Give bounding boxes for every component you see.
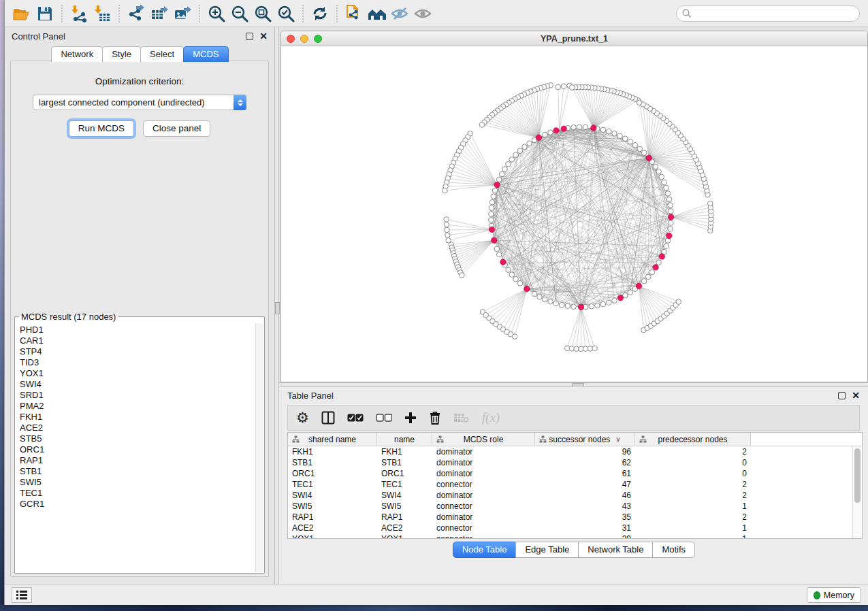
select-all-icon[interactable] [347,408,364,428]
cell-shared-name: YOX1 [288,533,377,538]
tab-select[interactable]: Select [140,46,184,62]
table-row[interactable]: SWI5SWI5connector431 [288,501,852,512]
delete-table-icon[interactable] [453,408,470,428]
search-input[interactable] [695,9,854,18]
tab-network[interactable]: Network [51,46,103,62]
column-header-mcds-role[interactable]: MCDS role [432,433,535,446]
run-mcds-button[interactable]: Run MCDS [69,120,134,137]
column-header-successor-nodes[interactable]: successor nodes∨ [535,433,635,446]
dropdown-stepper-icon [234,95,246,110]
mcds-result-item[interactable]: CAR1 [20,335,255,346]
network-window-title: YPA_prune.txt_1 [281,34,867,44]
hide-selected-icon[interactable] [389,3,412,24]
vertical-splitter[interactable] [274,27,279,584]
tab-style[interactable]: Style [102,46,141,62]
cell-successor-nodes: 43 [535,501,635,512]
first-neighbors-icon[interactable] [366,3,389,24]
export-table-icon[interactable] [148,3,171,24]
memory-button[interactable]: Memory [807,587,861,603]
table-row[interactable]: STB1STB1dominator620 [288,457,852,468]
cell-successor-nodes: 47 [535,479,635,490]
delete-column-icon[interactable] [429,408,441,428]
zoom-fit-content-icon[interactable] [251,3,274,24]
mcds-result-item[interactable]: STP4 [20,346,255,357]
float-panel-icon[interactable] [246,33,253,40]
table-scrollbar[interactable] [852,446,862,538]
tab-network-table[interactable]: Network Table [578,542,653,558]
toolbar-separator [61,5,63,22]
close-panel-icon[interactable]: ✕ [852,392,860,399]
table-row[interactable]: YOX1YOX1connector291 [288,533,852,538]
network-graph[interactable] [281,46,867,382]
mcds-result-item[interactable]: ACE2 [20,423,255,433]
table-row[interactable]: ORC1ORC1dominator610 [288,468,852,479]
desktop-wallpaper-bottom [0,605,868,611]
mcds-result-item[interactable]: STB5 [20,433,255,444]
cell-successor-nodes: 29 [535,533,635,538]
task-history-icon[interactable] [12,587,32,603]
cell-shared-name: ORC1 [288,468,377,479]
table-panel-title: Table Panel [287,391,334,401]
import-network-icon[interactable] [67,3,91,24]
deselect-all-icon[interactable] [376,408,392,428]
mcds-result-item[interactable]: YOX1 [20,368,255,379]
cell-mcds-role: connector [432,501,535,512]
mcds-result-item[interactable]: SWI5 [20,477,255,488]
clone-network-icon[interactable] [342,3,366,24]
cell-name: SWI4 [377,490,432,501]
zoom-out-icon[interactable] [228,3,251,24]
cell-shared-name: SWI5 [288,501,377,512]
mcds-result-item[interactable]: RAP1 [20,455,255,466]
zoom-selected-icon[interactable] [274,3,298,24]
tab-motifs[interactable]: Motifs [652,542,695,558]
table-row[interactable]: SWI4SWI4dominator462 [288,490,852,501]
horizontal-splitter[interactable] [279,382,868,387]
table-settings-icon[interactable]: ⚙ [296,408,309,428]
export-image-icon[interactable] [171,3,194,24]
open-file-icon[interactable] [10,3,33,24]
add-column-icon[interactable] [404,408,417,428]
zoom-in-icon[interactable] [205,3,228,24]
tab-mcds[interactable]: MCDS [183,46,228,62]
close-panel-button[interactable]: Close panel [143,120,210,137]
tab-edge-table[interactable]: Edge Table [515,542,579,558]
show-all-icon[interactable] [412,3,435,24]
table-row[interactable]: TEC1TEC1connector472 [288,479,852,490]
close-panel-icon[interactable]: ✕ [259,33,268,40]
selected-criterion: largest connected component (undirected) [33,97,234,108]
table-row[interactable]: FKH1FKH1dominator962 [288,446,852,457]
optimization-criterion-select[interactable]: largest connected component (undirected) [33,95,246,110]
column-header-name[interactable]: name [377,433,432,446]
mcds-result-item[interactable]: SRD1 [20,390,255,401]
import-table-icon[interactable] [91,3,114,24]
network-canvas[interactable] [281,46,867,382]
mcds-result-list[interactable]: PHD1CAR1STP4TID3YOX1SWI4SRD1PMA2FKH1ACE2… [16,323,255,572]
mcds-result-item[interactable]: PMA2 [20,401,255,412]
export-network-icon[interactable] [125,3,148,24]
split-panel-icon[interactable] [321,408,335,428]
mcds-result-item[interactable]: TEC1 [20,488,255,499]
table-row[interactable]: RAP1RAP1dominator352 [288,512,852,523]
float-panel-icon[interactable] [838,392,846,399]
scrollbar-thumb[interactable] [854,448,861,503]
mcds-result-item[interactable]: TID3 [20,357,255,368]
save-session-icon[interactable] [33,3,57,24]
cell-name: ORC1 [377,468,432,479]
mcds-result-item[interactable]: ORC1 [20,444,255,455]
mcds-result-item[interactable]: SWI4 [20,379,255,390]
table-row[interactable]: ACE2ACE2connector311 [288,523,852,533]
function-builder-icon[interactable]: f(x) [482,408,500,428]
tab-node-table[interactable]: Node Table [453,542,517,558]
column-header-shared-name[interactable]: shared name [288,433,377,446]
cell-name: SWI5 [377,501,432,512]
mcds-list-scrollbar[interactable] [255,323,263,572]
cell-successor-nodes: 61 [535,468,635,479]
mcds-result-item[interactable]: PHD1 [20,325,255,335]
mcds-result-item[interactable]: FKH1 [20,412,255,423]
search-box[interactable] [676,5,860,22]
mcds-result-item[interactable]: GCR1 [20,499,255,510]
refresh-view-icon[interactable] [308,3,332,24]
column-header-predecessor-nodes[interactable]: predecessor nodes [635,433,751,446]
mcds-result-item[interactable]: STB1 [20,466,255,477]
search-icon [682,9,692,18]
